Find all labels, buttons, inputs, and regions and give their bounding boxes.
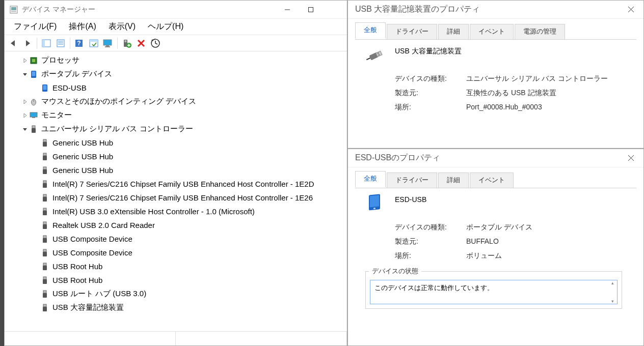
tree-node[interactable]: USB Composite Device bbox=[5, 232, 347, 246]
svg-rect-46 bbox=[43, 208, 46, 211]
tree-node[interactable]: マウスとそのほかのポインティング デバイス bbox=[5, 95, 347, 108]
prop2-body: ESD-USB デバイスの種類:ポータブル デバイス 製造元:BUFFALO 場… bbox=[355, 188, 636, 345]
menu-action[interactable]: 操作(A) bbox=[64, 19, 101, 34]
usb-icon bbox=[40, 235, 49, 244]
toolbar-uninstall-button[interactable] bbox=[149, 37, 162, 50]
close-button[interactable] bbox=[619, 151, 642, 166]
expand-icon[interactable] bbox=[21, 56, 29, 65]
tab-prop2-2[interactable]: 詳細 bbox=[438, 172, 469, 188]
prop1-titlebar[interactable]: USB 大容量記憶装置のプロパティ bbox=[348, 1, 643, 19]
expand-icon[interactable] bbox=[21, 111, 29, 120]
scrollbar[interactable]: ▴ ▾ bbox=[608, 280, 617, 304]
device-tree[interactable]: プロセッサポータブル デバイスESD-USBマウスとそのほかのポインティング デ… bbox=[5, 51, 347, 331]
tab-prop1-2[interactable]: 詳細 bbox=[438, 24, 469, 39]
tree-node[interactable]: Generic USB Hub bbox=[5, 163, 347, 177]
expand-icon[interactable] bbox=[21, 98, 29, 106]
toolbar-monitor-button[interactable] bbox=[101, 37, 115, 50]
cpu-icon bbox=[29, 56, 38, 65]
tree-node[interactable]: USB ルート ハブ (USB 3.0) bbox=[5, 287, 347, 301]
tree-node[interactable]: ポータブル デバイス bbox=[5, 67, 347, 81]
tree-node[interactable]: USB Root Hub bbox=[5, 260, 347, 273]
collapse-icon[interactable] bbox=[21, 70, 29, 78]
loc-value: ボリューム bbox=[466, 251, 502, 261]
tab-prop1-3[interactable]: イベント bbox=[470, 24, 514, 39]
tree-node[interactable]: ESD-USB bbox=[5, 81, 347, 95]
scroll-up-icon[interactable]: ▴ bbox=[611, 280, 614, 285]
type-value: ユニバーサル シリアル バス コントローラー bbox=[466, 74, 608, 83]
close-button[interactable] bbox=[619, 2, 642, 17]
svg-rect-55 bbox=[43, 266, 47, 270]
tab-prop2-1[interactable]: ドライバー bbox=[387, 172, 437, 188]
tree-node[interactable]: USB 大容量記憶装置 bbox=[5, 301, 347, 314]
toolbar-disable-button[interactable] bbox=[135, 37, 148, 50]
menu-file[interactable]: ファイル(F) bbox=[9, 19, 62, 34]
toolbar-props-button[interactable] bbox=[54, 37, 67, 50]
svg-rect-38 bbox=[43, 153, 46, 156]
loc-label: 場所: bbox=[395, 251, 466, 261]
svg-rect-33 bbox=[32, 117, 35, 118]
tab-prop1-4[interactable]: 電源の管理 bbox=[515, 24, 565, 39]
prop2-titlebar[interactable]: ESD-USBのプロパティ bbox=[348, 149, 643, 167]
toolbar-scan-button[interactable] bbox=[87, 37, 100, 50]
menu-help[interactable]: ヘルプ(H) bbox=[143, 19, 189, 34]
usb-icon bbox=[40, 262, 49, 271]
tree-node[interactable]: Intel(R) 7 Series/C216 Chipset Family US… bbox=[5, 191, 347, 205]
devmgr-titlebar[interactable]: デバイス マネージャー bbox=[5, 1, 347, 19]
prop1-body: USB 大容量記憶装置 デバイスの種類:ユニバーサル シリアル バス コントロー… bbox=[355, 39, 636, 148]
tree-node[interactable]: Generic USB Hub bbox=[5, 136, 347, 150]
tree-node[interactable]: モニター bbox=[5, 108, 347, 122]
status-pane-1 bbox=[5, 332, 176, 345]
minimize-button[interactable] bbox=[276, 2, 299, 17]
collapse-icon[interactable] bbox=[21, 125, 29, 133]
portable-icon bbox=[40, 83, 49, 93]
toolbar-enable-button[interactable] bbox=[120, 37, 133, 50]
svg-rect-72 bbox=[370, 195, 379, 207]
usb-storage-properties-window: USB 大容量記憶装置のプロパティ 全般ドライバー詳細イベント電源の管理 USB… bbox=[347, 0, 644, 149]
usb-icon bbox=[40, 138, 49, 148]
tree-node-label: USB Root Hub bbox=[52, 276, 102, 284]
maximize-button[interactable] bbox=[299, 2, 323, 17]
tab-prop1-0[interactable]: 全般 bbox=[355, 22, 386, 39]
tree-node[interactable]: Intel(R) USB 3.0 eXtensible Host Control… bbox=[5, 205, 347, 218]
tab-prop2-3[interactable]: イベント bbox=[470, 172, 514, 188]
usb-icon bbox=[40, 207, 49, 216]
menu-view[interactable]: 表示(V) bbox=[103, 19, 141, 34]
monitor-icon bbox=[29, 111, 38, 120]
tree-node[interactable]: ユニバーサル シリアル バス コントローラー bbox=[5, 122, 347, 136]
tab-prop2-0[interactable]: 全般 bbox=[355, 171, 386, 187]
status-text: このデバイスは正常に動作しています。 bbox=[374, 284, 494, 292]
svg-rect-15 bbox=[103, 40, 112, 45]
toolbar-forward-button[interactable] bbox=[21, 37, 34, 50]
svg-rect-42 bbox=[43, 181, 46, 183]
tree-node[interactable]: プロセッサ bbox=[5, 53, 347, 67]
svg-rect-27 bbox=[32, 71, 36, 76]
tree-node-label: Generic USB Hub bbox=[52, 138, 113, 147]
tree-node[interactable]: USB Composite Device bbox=[5, 246, 347, 260]
toolbar-back-button[interactable] bbox=[7, 37, 20, 50]
svg-rect-59 bbox=[43, 293, 47, 298]
tree-node[interactable]: USB Root Hub bbox=[5, 273, 347, 287]
twisty-none bbox=[32, 276, 40, 284]
toolbar-separator bbox=[70, 38, 70, 49]
devmgr-title: デバイス マネージャー bbox=[22, 5, 276, 14]
toolbar-help-button[interactable]: ? bbox=[73, 37, 86, 50]
tree-node-label: プロセッサ bbox=[41, 55, 79, 65]
device-manager-window: デバイス マネージャー ファイル(F) 操作(A) 表示(V) ヘルプ(H) ?… bbox=[4, 0, 347, 346]
twisty-none bbox=[32, 84, 40, 92]
usb-icon bbox=[40, 180, 49, 189]
usb-plug-icon bbox=[365, 45, 386, 65]
tree-node[interactable]: Intel(R) 7 Series/C216 Chipset Family US… bbox=[5, 177, 347, 191]
svg-rect-54 bbox=[43, 263, 46, 266]
tree-node[interactable]: Generic USB Hub bbox=[5, 150, 347, 163]
usb-icon bbox=[40, 193, 49, 203]
esd-usb-properties-window: ESD-USBのプロパティ 全般ドライバー詳細イベント ESD-USB デバイス… bbox=[347, 149, 644, 346]
svg-rect-45 bbox=[43, 197, 47, 201]
twisty-none bbox=[32, 153, 40, 161]
toolbar-show-hide-button[interactable] bbox=[40, 37, 53, 50]
status-textbox[interactable]: このデバイスは正常に動作しています。 ▴ ▾ bbox=[370, 280, 618, 304]
scroll-down-icon[interactable]: ▾ bbox=[611, 299, 614, 304]
tree-node-label: ユニバーサル シリアル バス コントローラー bbox=[41, 124, 193, 134]
tree-node[interactable]: Realtek USB 2.0 Card Reader bbox=[5, 218, 347, 232]
svg-rect-47 bbox=[43, 211, 47, 215]
tab-prop1-1[interactable]: ドライバー bbox=[387, 24, 437, 39]
